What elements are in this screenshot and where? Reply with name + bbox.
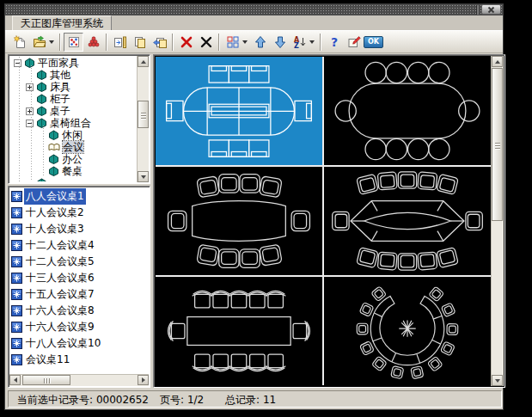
close-button[interactable]	[481, 4, 501, 15]
sort-dropdown-caret[interactable]	[309, 40, 315, 44]
thumbnail-conference-table-12-rect[interactable]	[156, 277, 322, 385]
record-list-item[interactable]: 十人会议桌2	[10, 205, 148, 221]
scroll-right-button[interactable]	[138, 375, 149, 385]
record-list-item[interactable]: 十六人会议桌8	[10, 303, 148, 319]
tree-scrollbar[interactable]	[137, 56, 149, 182]
book-icon	[36, 106, 47, 116]
rename-button[interactable]	[344, 33, 364, 52]
thumbnail-view-icon	[67, 35, 81, 49]
layout-dropdown-caret[interactable]	[242, 40, 248, 44]
scroll-down-button[interactable]	[138, 171, 149, 182]
help-button[interactable]: ?	[324, 33, 344, 52]
collapse-toggle[interactable]	[14, 59, 21, 67]
tree-item-label: 桌椅组合	[50, 117, 91, 129]
thumbnail-conference-table-8[interactable]	[156, 57, 322, 165]
thumbnail-scroll-thumb[interactable]	[492, 68, 503, 221]
ok-button-label: OK	[364, 36, 383, 48]
tree-item[interactable]: 会议	[10, 141, 138, 153]
layout-grid-button[interactable]	[223, 33, 242, 52]
window-drag-bar[interactable]	[5, 4, 503, 15]
table-drawing-12p-hex	[324, 167, 491, 275]
tree-item[interactable]: 桌椅组合	[10, 117, 138, 129]
delete-record-button[interactable]	[176, 33, 196, 52]
record-label: 十二人会议桌5	[24, 254, 96, 270]
tree-item[interactable]: 桌子	[10, 105, 138, 117]
record-label: 十五人会议桌7	[24, 286, 96, 303]
tree-item[interactable]	[10, 177, 138, 181]
book-icon	[36, 178, 47, 181]
left-arrow-icon	[14, 377, 17, 383]
record-list-item[interactable]: 十人会议桌3	[10, 221, 148, 237]
record-list-item[interactable]: 十八人会议桌10	[10, 335, 148, 352]
tree-item[interactable]: 柜子	[10, 93, 138, 105]
expand-toggle[interactable]	[26, 107, 34, 115]
tree-item[interactable]: 休闲	[10, 129, 138, 141]
new-library-button[interactable]	[9, 33, 29, 52]
record-list-item[interactable]: 十六人会议桌9	[10, 319, 148, 335]
delete-category-button[interactable]	[196, 33, 216, 52]
thumbnail-grid	[156, 57, 491, 385]
svg-text:Z: Z	[294, 42, 299, 49]
move-record-button[interactable]	[150, 33, 169, 52]
scroll-grip	[495, 143, 500, 144]
collapse-toggle[interactable]	[26, 120, 34, 127]
copy-record-button[interactable]	[130, 33, 150, 52]
thumbnail-conference-table-10-boat[interactable]	[156, 167, 322, 275]
thumbnail-view-button[interactable]	[64, 33, 83, 52]
batch-import-button[interactable]	[110, 33, 130, 52]
svg-text:?: ?	[331, 35, 338, 49]
status-total: 总记录: 11	[225, 393, 276, 408]
scroll-left-button[interactable]	[9, 375, 21, 385]
tree-item[interactable]: 平面家具	[10, 57, 138, 69]
tree-view-button[interactable]	[83, 33, 103, 52]
open-library-button[interactable]	[29, 33, 49, 52]
scroll-grip	[495, 145, 500, 146]
tree-item-label: 平面家具	[38, 57, 79, 69]
sort-button[interactable]: A Z	[290, 33, 309, 52]
block-icon	[11, 240, 22, 251]
thumbnail-conference-table-10-round-chairs[interactable]	[324, 57, 491, 165]
book-icon	[48, 166, 59, 176]
layout-grid-icon	[226, 35, 240, 49]
delete-icon	[180, 35, 193, 49]
list-horizontal-scrollbar[interactable]	[9, 374, 149, 386]
move-down-button[interactable]	[270, 33, 290, 52]
record-list-item[interactable]: 十二人会议桌4	[10, 237, 148, 254]
block-icon	[11, 305, 22, 316]
scroll-up-button[interactable]	[492, 56, 503, 67]
open-dropdown-caret[interactable]	[49, 40, 54, 44]
record-number-label: 当前选中记录号:	[17, 394, 93, 406]
ok-button[interactable]: OK	[364, 33, 383, 52]
record-label: 十六人会议桌9	[24, 319, 96, 335]
record-list-item[interactable]: 十五人会议桌7	[10, 286, 148, 303]
record-list-item[interactable]: 八人会议桌1	[10, 188, 148, 205]
thumbnail-conference-table-12-hex[interactable]	[324, 167, 491, 275]
record-list-item[interactable]: 十二人会议桌5	[10, 254, 148, 270]
thumbnail-scrollbar[interactable]	[491, 56, 504, 386]
record-label: 十八人会议桌10	[24, 335, 102, 352]
block-icon	[11, 191, 22, 202]
move-up-button[interactable]	[250, 33, 270, 52]
list-scroll-thumb[interactable]	[22, 375, 70, 385]
tree-item[interactable]: 床具	[10, 81, 138, 93]
status-bar: 当前选中记录号: 00002652 页号: 1/2 总记录: 11	[8, 390, 502, 408]
down-arrow-icon	[141, 175, 146, 179]
block-icon	[11, 322, 22, 333]
scroll-down-button[interactable]	[492, 375, 503, 386]
tree-scroll-thumb[interactable]	[138, 101, 149, 128]
record-list: 八人会议桌1十人会议桌2十人会议桌3十二人会议桌4十二人会议桌5十三人会议桌6十…	[10, 188, 148, 376]
close-icon	[487, 6, 495, 14]
table-drawing-10p	[324, 57, 491, 165]
tree-item[interactable]: 其他	[10, 69, 138, 81]
window-title-tab[interactable]: 天正图库管理系统	[12, 15, 112, 30]
record-list-item[interactable]: 会议桌11	[10, 352, 148, 368]
block-icon	[11, 256, 22, 267]
scroll-up-button[interactable]	[138, 56, 149, 67]
desktop-background: { "window": { "title": "天正图库管理系统" }, "to…	[0, 0, 532, 417]
expand-toggle[interactable]	[26, 83, 34, 91]
tree-item[interactable]: 办公	[10, 153, 138, 165]
record-list-item[interactable]: 十三人会议桌6	[10, 270, 148, 286]
tree-item[interactable]: 餐桌	[10, 165, 138, 177]
thumbnail-conference-table-round[interactable]	[324, 277, 491, 385]
up-arrow-icon	[495, 60, 500, 64]
